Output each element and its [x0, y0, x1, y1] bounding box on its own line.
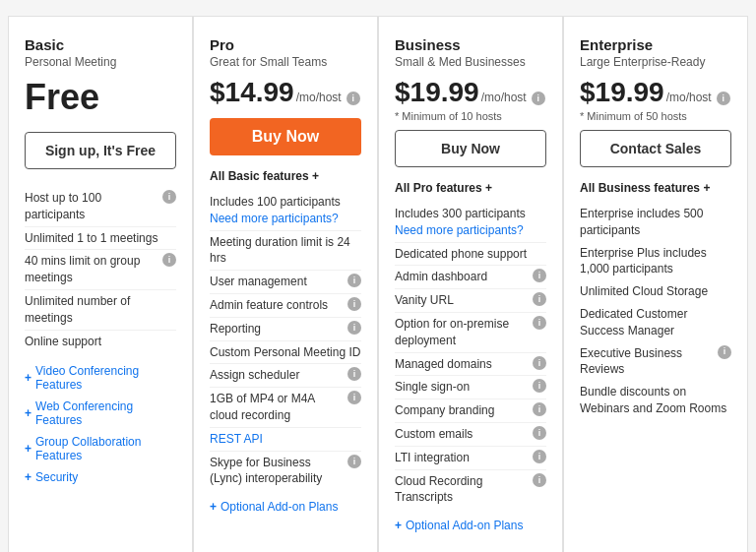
pro-plan-name: Pro	[210, 36, 361, 53]
info-icon[interactable]: i	[717, 92, 730, 105]
feature-item: Host up to 100 participants i	[25, 187, 176, 227]
feature-item: Reporting i	[210, 318, 361, 341]
feature-item: 1GB of MP4 or M4A cloud recording i	[210, 388, 361, 428]
business-price: $19.99	[395, 77, 479, 108]
basic-features: Host up to 100 participants i Unlimited …	[25, 187, 176, 352]
feature-item: Company branding i	[395, 399, 546, 423]
feature-item: Unlimited number of meetings	[25, 290, 176, 331]
feature-item: Bundle discounts on Webinars and Zoom Ro…	[580, 381, 731, 420]
feature-item: REST API	[210, 428, 361, 452]
feature-item: Option for on-premise deployment i	[395, 313, 546, 353]
business-price-period: /mo/host	[481, 91, 527, 104]
feature-item: Cloud Recording Transcripts i	[395, 470, 546, 510]
info-icon[interactable]: i	[347, 274, 361, 287]
business-features-header: All Pro features +	[395, 181, 546, 195]
more-participants-link[interactable]: Need more participants?	[210, 212, 339, 225]
enterprise-plan-tagline: Large Enterprise-Ready	[580, 55, 731, 69]
info-icon[interactable]: i	[533, 473, 546, 487]
info-icon[interactable]: i	[347, 297, 361, 311]
business-features: Includes 300 participants Need more part…	[395, 203, 546, 509]
basic-plan-tagline: Personal Meeting	[25, 55, 176, 69]
info-icon[interactable]: i	[347, 391, 361, 404]
feature-item: LTI integration i	[395, 447, 546, 470]
info-icon[interactable]: i	[347, 321, 361, 335]
enterprise-plan-name: Enterprise	[580, 36, 731, 53]
feature-item: Enterprise Plus includes 1,000 participa…	[580, 242, 731, 281]
feature-item: Meeting duration limit is 24 hrs	[210, 231, 361, 272]
info-icon[interactable]: i	[532, 92, 545, 105]
pro-price: $14.99	[210, 77, 294, 108]
enterprise-price: $19.99	[580, 77, 664, 108]
enterprise-price-period: /mo/host	[666, 91, 712, 104]
info-icon[interactable]: i	[533, 292, 546, 306]
info-icon[interactable]: i	[533, 269, 546, 282]
enterprise-price-note: * Minimum of 50 hosts	[580, 110, 731, 122]
pro-price-period: /mo/host	[296, 91, 342, 104]
feature-item: Admin feature controls i	[210, 294, 361, 318]
info-icon[interactable]: i	[533, 356, 546, 370]
enterprise-price-row: $19.99 /mo/host i	[580, 77, 731, 108]
feature-item: Dedicated phone support	[395, 243, 546, 267]
pro-addon-expand[interactable]: + Optional Add-on Plans	[210, 500, 361, 514]
pro-buy-button[interactable]: Buy Now	[210, 118, 361, 155]
info-icon[interactable]: i	[533, 426, 546, 440]
feature-item: Managed domains i	[395, 353, 546, 377]
security-expand[interactable]: + Security	[25, 470, 176, 484]
pro-features: Includes 100 participants Need more part…	[210, 191, 361, 490]
feature-item: Executive Business Reviews i	[580, 342, 731, 382]
feature-item: Single sign-on i	[395, 376, 546, 399]
pricing-container: Basic Personal Meeting Free Sign up, It'…	[8, 16, 748, 552]
info-icon[interactable]: i	[162, 253, 176, 267]
pro-plan-tagline: Great for Small Teams	[210, 55, 361, 69]
info-icon[interactable]: i	[533, 450, 546, 463]
pro-features-header: All Basic features +	[210, 169, 361, 183]
basic-plan-name: Basic	[25, 36, 176, 53]
feature-item: Includes 100 participants Need more part…	[210, 191, 361, 231]
info-icon[interactable]: i	[162, 190, 176, 204]
feature-item: Includes 300 participants Need more part…	[395, 203, 546, 243]
feature-item: 40 mins limit on group meetings i	[25, 250, 176, 290]
feature-item: Admin dashboard i	[395, 266, 546, 289]
plan-enterprise: Enterprise Large Enterprise-Ready $19.99…	[563, 16, 748, 552]
feature-item: Unlimited Cloud Storage	[580, 280, 731, 303]
basic-price: Free	[25, 77, 176, 118]
rest-api-link[interactable]: REST API	[210, 432, 263, 446]
feature-item: Dedicated Customer Success Manager	[580, 303, 731, 342]
feature-item: Custom Personal Meeting ID	[210, 341, 361, 365]
enterprise-features-header: All Business features +	[580, 181, 731, 195]
info-icon[interactable]: i	[533, 379, 546, 393]
more-participants-link[interactable]: Need more participants?	[395, 223, 524, 237]
basic-signup-button[interactable]: Sign up, It's Free	[25, 132, 176, 169]
feature-item: Enterprise includes 500 participants	[580, 203, 731, 242]
feature-item: Assign scheduler i	[210, 364, 361, 388]
feature-item: Unlimited 1 to 1 meetings	[25, 227, 176, 251]
web-conferencing-expand[interactable]: + Web Conferencing Features	[25, 399, 176, 427]
info-icon[interactable]: i	[347, 367, 361, 381]
info-icon[interactable]: i	[718, 345, 731, 359]
group-collaboration-expand[interactable]: + Group Collaboration Features	[25, 435, 176, 462]
info-icon[interactable]: i	[347, 455, 361, 468]
feature-item: Custom emails i	[395, 423, 546, 447]
info-icon[interactable]: i	[533, 316, 546, 330]
enterprise-features: Enterprise includes 500 participants Ent…	[580, 203, 731, 420]
info-icon[interactable]: i	[533, 402, 546, 416]
plan-pro: Pro Great for Small Teams $14.99 /mo/hos…	[193, 16, 378, 552]
feature-item: Online support	[25, 331, 176, 353]
business-price-row: $19.99 /mo/host i	[395, 77, 546, 108]
business-price-note: * Minimum of 10 hosts	[395, 110, 546, 122]
business-addon-expand[interactable]: + Optional Add-on Plans	[395, 519, 546, 532]
business-plan-tagline: Small & Med Businesses	[395, 55, 546, 69]
business-plan-name: Business	[395, 36, 546, 53]
pro-price-row: $14.99 /mo/host i	[210, 77, 361, 108]
info-icon[interactable]: i	[346, 92, 360, 105]
plan-business: Business Small & Med Businesses $19.99 /…	[378, 16, 563, 552]
plan-basic: Basic Personal Meeting Free Sign up, It'…	[8, 16, 193, 552]
feature-item: Vanity URL i	[395, 289, 546, 313]
feature-item: User management i	[210, 271, 361, 294]
business-buy-button[interactable]: Buy Now	[395, 130, 546, 167]
feature-item: Skype for Business (Lync) interoperabili…	[210, 452, 361, 491]
enterprise-contact-button[interactable]: Contact Sales	[580, 130, 731, 167]
video-conferencing-expand[interactable]: + Video Conferencing Features	[25, 364, 176, 392]
